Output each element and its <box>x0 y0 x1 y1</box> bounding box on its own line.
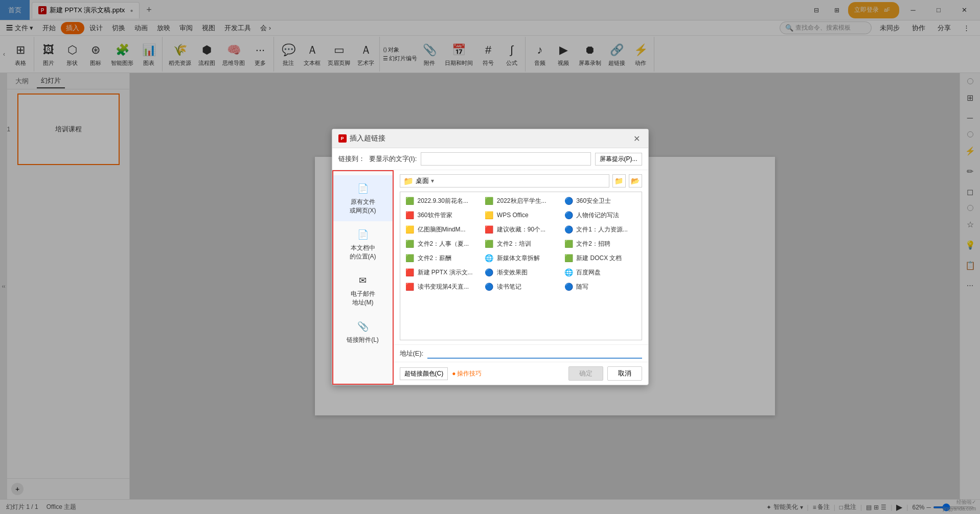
file-item[interactable]: 🔵 文件1：人力资源... <box>561 223 639 236</box>
file-icon-9: 🔵 <box>564 225 573 234</box>
file-grid: 🟩 2022.9.30前花名... 🟩 2022秋启平学生... 🔵 360安全… <box>400 192 642 340</box>
file-icon-12: 🟩 <box>564 239 573 248</box>
folder-up-btn[interactable]: 📁 <box>612 174 626 188</box>
nav-position-icon: 📄 <box>356 227 370 242</box>
file-item[interactable]: 🟩 2022秋启平学生... <box>482 194 560 207</box>
file-icon-19: 🟥 <box>405 282 415 291</box>
hyperlink-color-btn[interactable]: 超链接颜色(C) <box>400 367 448 380</box>
insert-hyperlink-dialog: P 插入超链接 ✕ 链接到： 要显示的文字(I): 屏幕提示(P)... 📄 原… <box>332 129 649 385</box>
file-location-bar: 📁 桌面 ▾ <box>400 174 609 188</box>
dialog-title-icon: P <box>338 134 347 143</box>
file-icon-5: 🟨 <box>485 211 494 220</box>
file-icon-7: 🟨 <box>405 225 415 234</box>
file-item[interactable]: 🟨 亿图脑图MindM... <box>402 223 481 236</box>
file-icon-17: 🔵 <box>485 268 494 277</box>
file-icon-16: 🟥 <box>405 268 415 277</box>
file-item[interactable]: 🔵 人物传记的写法 <box>561 208 639 222</box>
tips-link[interactable]: ● 操作技巧 <box>452 369 482 378</box>
address-label: 地址(E): <box>400 349 424 358</box>
nav-item-email[interactable]: ✉ 电子邮件 地址(M) <box>333 267 393 313</box>
file-icon-13: 🟩 <box>405 253 415 263</box>
nav-item-attachment[interactable]: 📎 链接附件(L) <box>333 313 393 351</box>
file-item[interactable]: 🟩 文件2：培训 <box>482 237 560 250</box>
file-item[interactable]: 🔵 读书笔记 <box>482 280 560 293</box>
file-icon-8: 🟥 <box>485 225 494 234</box>
nav-file-label: 原有文件 或网页(X) <box>350 198 376 215</box>
file-item[interactable]: 🟩 文件2：薪酬 <box>402 251 481 265</box>
file-item[interactable]: 🟩 新建 DOCX 文档 <box>561 251 639 265</box>
dialog-body: 📄 原有文件 或网页(X) 📄 本文档中 的位置(A) ✉ 电子邮件 地址(M)… <box>332 170 648 385</box>
file-icon-3: 🔵 <box>564 196 573 205</box>
file-item[interactable]: 🟩 文件2：招聘 <box>561 237 639 250</box>
nav-position-label: 本文档中 的位置(A) <box>350 244 376 261</box>
dialog-sidebar: 📄 原有文件 或网页(X) 📄 本文档中 的位置(A) ✉ 电子邮件 地址(M)… <box>332 170 394 385</box>
dialog-overlay: P 插入超链接 ✕ 链接到： 要显示的文字(I): 屏幕提示(P)... 📄 原… <box>0 0 980 514</box>
file-item[interactable]: 🌐 新媒体文章拆解 <box>482 251 560 265</box>
link-to-label: 链接到： <box>338 154 365 163</box>
display-text-input[interactable] <box>421 152 590 166</box>
file-item[interactable]: 🔵 随写 <box>561 280 639 293</box>
nav-item-file[interactable]: 📄 原有文件 或网页(X) <box>333 175 393 221</box>
file-item[interactable]: 🟥 读书变现第4天直... <box>402 280 481 293</box>
dialog-title-bar: P 插入超链接 ✕ <box>332 129 648 148</box>
file-icon-4: 🟥 <box>405 211 415 220</box>
nav-file-icon: 📄 <box>356 181 370 196</box>
file-icon-1: 🟩 <box>405 196 415 205</box>
cancel-btn[interactable]: 取消 <box>607 366 642 381</box>
file-icon-11: 🟩 <box>485 239 494 248</box>
file-item[interactable]: 🟩 2022.9.30前花名... <box>402 194 481 207</box>
folder-open-btn[interactable]: 📂 <box>629 174 642 188</box>
nav-email-icon: ✉ <box>356 273 370 288</box>
file-item[interactable]: 🔵 渐变效果图 <box>482 266 560 279</box>
file-item[interactable]: 🟩 文件2：人事（夏... <box>402 237 481 250</box>
file-icon-14: 🌐 <box>485 253 494 263</box>
file-item[interactable]: 🟥 360软件管家 <box>402 208 481 222</box>
nav-email-label: 电子邮件 地址(M) <box>351 290 375 307</box>
file-browser: 📁 桌面 ▾ 📁 📂 🟩 2022.9.30前花名... <box>394 170 648 344</box>
dialog-display-text-row: 链接到： 要显示的文字(I): 屏幕提示(P)... <box>332 148 648 170</box>
address-input[interactable] <box>427 348 642 359</box>
file-icon-20: 🔵 <box>485 282 494 291</box>
nav-attachment-label: 链接附件(L) <box>347 336 379 344</box>
file-item[interactable]: 🟨 WPS Office <box>482 208 560 222</box>
dialog-title-left: P 插入超链接 <box>338 134 385 143</box>
dialog-footer: 超链接颜色(C) ● 操作技巧 确定 取消 <box>394 362 648 385</box>
dialog-main: 📁 桌面 ▾ 📁 📂 🟩 2022.9.30前花名... <box>394 170 648 385</box>
screen-tip-btn[interactable]: 屏幕提示(P)... <box>595 153 642 166</box>
file-item[interactable]: 🟥 建议收藏：90个... <box>482 223 560 236</box>
folder-icon: 📁 <box>403 176 414 186</box>
tips-radio-icon: ● <box>452 370 455 377</box>
location-arrow: ▾ <box>431 177 434 184</box>
file-icon-6: 🔵 <box>564 211 573 220</box>
dialog-address-row: 地址(E): <box>394 344 648 362</box>
display-text-label: 要显示的文字(I): <box>369 154 417 163</box>
location-label: 桌面 <box>416 176 429 185</box>
file-icon-21: 🔵 <box>564 282 573 291</box>
file-item[interactable]: 🔵 360安全卫士 <box>561 194 639 207</box>
file-icon-10: 🟩 <box>405 239 415 248</box>
confirm-btn[interactable]: 确定 <box>568 366 603 381</box>
file-icon-15: 🟩 <box>564 253 573 263</box>
file-item[interactable]: 🌐 百度网盘 <box>561 266 639 279</box>
file-browser-toolbar: 📁 桌面 ▾ 📁 📂 <box>400 174 642 188</box>
dialog-close-btn[interactable]: ✕ <box>632 133 642 144</box>
file-icon-2: 🟩 <box>485 196 494 205</box>
nav-attachment-icon: 📎 <box>356 319 370 334</box>
file-icon-18: 🌐 <box>564 268 573 277</box>
nav-item-position[interactable]: 📄 本文档中 的位置(A) <box>333 221 393 267</box>
file-item[interactable]: 🟥 新建 PPTX 演示文... <box>402 266 481 279</box>
tips-label: 操作技巧 <box>457 369 482 378</box>
dialog-title-text: 插入超链接 <box>350 134 385 143</box>
